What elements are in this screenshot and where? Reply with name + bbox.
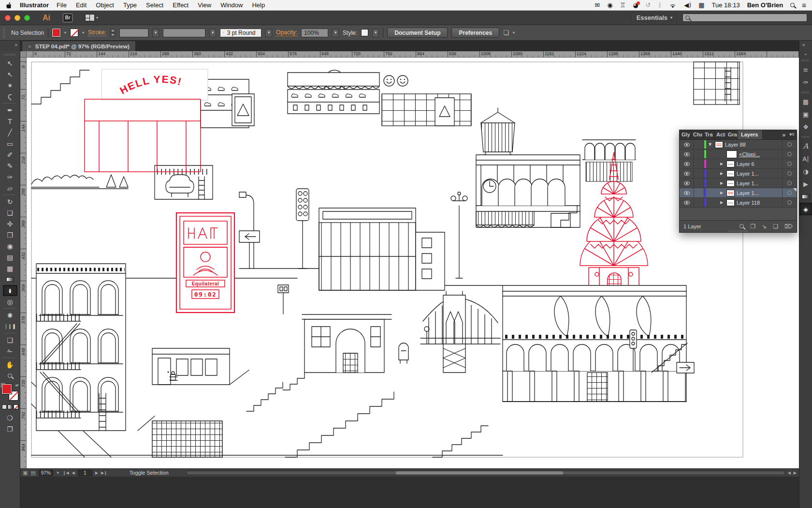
chevron-down-icon[interactable]: ▾ [82, 30, 84, 35]
free-transform-tool[interactable]: ❒ [3, 229, 17, 240]
eye-icon[interactable] [684, 181, 690, 185]
gradient-button[interactable] [8, 404, 13, 409]
new-layer-icon[interactable]: ❏ [773, 223, 778, 230]
layer-row-content[interactable]: ▶Layer 118 [707, 198, 782, 207]
layer-thumbnail[interactable] [715, 141, 723, 148]
paintbrush-tool[interactable]: ✐ [3, 149, 17, 160]
layer-thumbnail[interactable] [726, 150, 737, 158]
menu-bar-clock[interactable]: Tue 18:13 [712, 1, 740, 9]
close-window-button[interactable] [5, 15, 11, 21]
layer-name[interactable]: Layer 1... [737, 171, 759, 177]
scrollbar-thumb[interactable] [396, 471, 563, 475]
perspective-grid-tool[interactable]: ▤ [3, 252, 17, 263]
fill-stroke-controls[interactable]: ⇄ [2, 384, 18, 401]
artboard-tool[interactable]: ❑ [3, 334, 17, 345]
none-button[interactable] [14, 404, 18, 409]
lock-cell[interactable] [694, 179, 704, 188]
disclosure-triangle-icon[interactable]: ▶ [719, 162, 725, 166]
volume-icon[interactable]: ◀) [684, 0, 691, 11]
shape-builder-tool[interactable]: ◉ [3, 240, 17, 252]
width-tool[interactable]: ✣ [3, 218, 17, 229]
stroke-panel-link[interactable]: Stroke: [88, 29, 106, 36]
layer-row-content[interactable]: ▼Layer 88 [707, 140, 782, 149]
zoom-window-button[interactable] [24, 15, 30, 21]
eye-icon[interactable] [684, 172, 690, 176]
zoom-level-field[interactable]: 97% [39, 470, 53, 476]
eye-icon[interactable] [684, 152, 690, 156]
menu-type[interactable]: Type [123, 1, 137, 9]
lock-cell[interactable] [694, 198, 704, 207]
lock-cell[interactable] [694, 159, 704, 168]
horizontal-scrollbar[interactable] [186, 471, 785, 475]
menu-window[interactable]: Window [220, 1, 243, 9]
tab-acti[interactable]: Acti [714, 130, 726, 139]
panel-grip[interactable] [801, 136, 810, 138]
workspace-switcher[interactable]: Essentials ▾ [637, 14, 672, 21]
active-app-name[interactable]: Illustrator [20, 1, 49, 9]
swatches-panel-icon[interactable]: ▦ [799, 95, 812, 108]
search-input[interactable] [682, 14, 807, 22]
next-artboard-icon[interactable]: ▶ [95, 471, 98, 475]
arrange-documents-button[interactable]: ▾ [85, 14, 98, 21]
previous-artboard-icon[interactable]: ◀ [72, 471, 75, 475]
fill-color-swatch[interactable] [52, 29, 60, 37]
width-profile-dropdown[interactable]: ▼ [209, 29, 216, 37]
panel-grip[interactable] [3, 28, 5, 38]
width-profile-field[interactable] [163, 29, 205, 37]
layer-name[interactable]: Layer 118 [737, 200, 760, 206]
aperture-icon[interactable]: ◉ [607, 0, 612, 11]
layer-row[interactable]: ▶Layer 1... [680, 188, 797, 198]
last-artboard-icon[interactable]: ▶❙ [101, 471, 107, 475]
sync-icon[interactable]: ◕ [633, 0, 638, 11]
delete-layer-icon[interactable]: ⌦ [784, 223, 793, 230]
disclosure-triangle-icon[interactable]: ▼ [707, 142, 713, 147]
menu-help[interactable]: Help [252, 1, 265, 9]
disclosure-triangle-icon[interactable]: ▶ [719, 181, 725, 185]
target-circle-icon[interactable] [787, 171, 792, 176]
disclosure-triangle-icon[interactable]: ▶ [719, 200, 725, 205]
lock-cell[interactable] [694, 169, 704, 178]
layer-row-content[interactable]: ▶Layer 1... [707, 188, 782, 197]
layer-name[interactable]: Layer 1... [737, 190, 759, 196]
fill-swatch[interactable] [2, 384, 12, 394]
vertical-ruler[interactable]: 072144216288360432504576648720792864 [20, 58, 27, 468]
layer-row-content[interactable]: ▶Layer 1... [707, 169, 782, 178]
character-styles-panel-icon[interactable]: A [799, 140, 812, 152]
layer-thumbnail[interactable] [726, 199, 735, 206]
go-to-bridge-button[interactable]: Br [63, 14, 72, 22]
layer-name[interactable]: Layer 88 [725, 142, 746, 148]
first-artboard-icon[interactable]: ❙◀ [63, 471, 69, 475]
scale-tool[interactable]: ❏ [3, 207, 17, 218]
panel-expand-icon[interactable]: » [780, 130, 787, 139]
locate-object-icon[interactable] [740, 223, 744, 230]
horizontal-ruler[interactable]: 0721442162883604325045766487207928649361… [27, 51, 799, 58]
style-dropdown[interactable]: ▼ [372, 29, 379, 37]
layer-row[interactable]: ▶Layer 1... [680, 169, 797, 179]
color-button[interactable] [2, 404, 7, 409]
tab-gra[interactable]: Gra [726, 130, 738, 139]
symbols-panel-icon[interactable]: ▣ [799, 108, 812, 120]
apple-menu-icon[interactable] [6, 1, 12, 9]
chevron-down-icon[interactable]: ▾ [513, 30, 515, 35]
eraser-tool[interactable]: ▱ [3, 182, 17, 194]
target-circle-icon[interactable] [787, 200, 792, 205]
mail-icon[interactable]: ✉ [594, 0, 600, 11]
scroll-left-icon[interactable]: ◀ [788, 471, 791, 475]
lock-cell[interactable] [694, 140, 704, 149]
clipping-mask-icon[interactable]: ❐ [750, 223, 755, 230]
eye-icon[interactable] [684, 191, 690, 195]
layer-row[interactable]: ▶Layer 6 [680, 159, 797, 169]
pencil-tool[interactable]: ✎ [3, 160, 17, 171]
gradient-panel-icon[interactable] [799, 190, 812, 203]
gradient-tool[interactable] [3, 274, 17, 285]
blend-tool[interactable]: ◎ [3, 296, 17, 307]
color-panel-icon[interactable]: ❖ [799, 120, 812, 133]
menu-object[interactable]: Object [96, 1, 114, 9]
layer-row[interactable]: ▶Layer 118 [680, 198, 797, 208]
notification-center-icon[interactable]: ≡ [802, 1, 806, 9]
target-circle-icon[interactable] [787, 162, 792, 166]
dock-collapse-button[interactable]: « [799, 41, 812, 51]
eye-icon[interactable] [684, 162, 690, 166]
rotate-tool[interactable]: ↻ [3, 196, 17, 207]
eye-icon[interactable] [684, 143, 690, 147]
